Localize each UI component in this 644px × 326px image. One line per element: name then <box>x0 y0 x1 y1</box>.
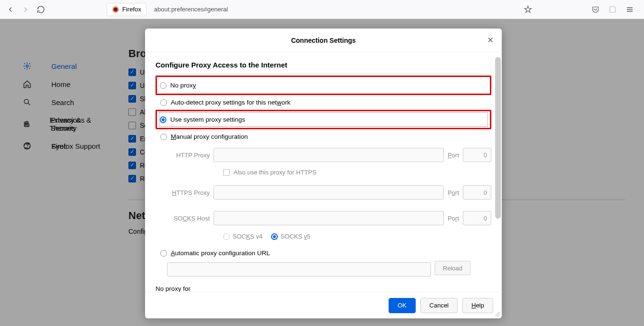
scrollbar-thumb[interactable] <box>495 57 501 219</box>
radio-label: Manual proxy configuration <box>171 133 248 140</box>
close-button[interactable] <box>485 34 496 46</box>
https-port-input[interactable] <box>463 185 491 200</box>
dialog-footer: OK Cancel Help <box>145 292 502 318</box>
radio-auto-detect[interactable]: Auto-detect proxy settings for this netw… <box>156 96 491 109</box>
radio-icon <box>271 233 278 240</box>
manual-proxy-grid: HTTP Proxy Port Also use this proxy for … <box>167 148 491 243</box>
dialog-body: Configure Proxy Access to the Internet N… <box>145 52 502 292</box>
url-bar[interactable]: about:preferences#general <box>150 3 521 16</box>
hamburger-menu-icon[interactable] <box>623 3 636 16</box>
radio-manual-proxy[interactable]: Manual proxy configuration <box>156 130 491 143</box>
port-label: Port <box>448 215 459 222</box>
radio-icon <box>160 134 167 140</box>
radio-icon <box>160 82 166 89</box>
socks-version-row: SOCKS v4 SOCKS v5 <box>223 230 491 243</box>
pac-url-input[interactable] <box>167 262 431 277</box>
radio-label: No proxy <box>170 82 196 89</box>
radio-system-proxy[interactable]: Use system proxy settings <box>160 113 487 126</box>
identity-label: Firefox <box>122 6 141 13</box>
url-text: about:preferences#general <box>154 6 228 13</box>
http-port-input[interactable] <box>463 148 491 162</box>
close-icon <box>487 37 494 43</box>
radio-label: SOCKS v4 <box>233 233 263 240</box>
https-proxy-input[interactable] <box>214 185 444 200</box>
highlight-system-proxy: Use system proxy settings <box>156 110 491 129</box>
svg-point-1 <box>114 8 117 11</box>
radio-socks4[interactable]: SOCKS v4 <box>223 233 263 240</box>
pocket-icon[interactable] <box>589 3 602 16</box>
cancel-button[interactable]: Cancel <box>420 298 458 313</box>
reload-button[interactable] <box>34 3 48 16</box>
radio-icon <box>160 99 167 106</box>
socks-host-input[interactable] <box>214 211 444 225</box>
dialog-header: Connection Settings <box>145 29 502 52</box>
bookmark-star-icon[interactable] <box>521 3 535 16</box>
port-label: Port <box>448 152 459 159</box>
firefox-icon <box>112 6 119 13</box>
no-proxy-for-label: No proxy for <box>156 285 491 292</box>
svg-rect-2 <box>610 7 615 12</box>
radio-no-proxy[interactable]: No proxy <box>160 79 487 92</box>
section-heading: Configure Proxy Access to the Internet <box>156 61 491 69</box>
connection-settings-dialog: Connection Settings Configure Proxy Acce… <box>145 29 502 318</box>
port-label: Port <box>448 189 459 196</box>
also-https-row[interactable]: Also use this proxy for HTTPS <box>223 167 491 181</box>
http-proxy-input[interactable] <box>214 148 444 162</box>
highlight-no-proxy: No proxy <box>156 76 491 95</box>
resize-grip-icon[interactable] <box>494 311 501 317</box>
radio-icon <box>160 116 166 123</box>
radio-label: Auto-detect proxy settings for this netw… <box>171 99 290 106</box>
radio-label: SOCKS v5 <box>281 233 311 240</box>
radio-icon <box>160 250 167 257</box>
https-proxy-label: HTTPS Proxy <box>167 189 210 196</box>
help-button[interactable]: Help <box>462 298 493 313</box>
browser-toolbar: Firefox about:preferences#general <box>0 0 644 19</box>
radio-label: Automatic proxy configuration URL <box>171 249 270 257</box>
account-icon[interactable] <box>606 3 619 16</box>
http-proxy-label: HTTP Proxy <box>167 152 210 159</box>
socks-port-input[interactable] <box>463 211 491 225</box>
radio-icon <box>223 233 230 240</box>
reload-pac-button[interactable]: Reload <box>435 261 470 275</box>
address-container: Firefox about:preferences#general <box>107 3 587 16</box>
socks-host-label: SOCKS Host <box>167 215 210 222</box>
checkbox-icon <box>223 169 230 176</box>
forward-button[interactable] <box>19 3 32 16</box>
radio-label: Use system proxy settings <box>170 116 245 123</box>
also-https-label: Also use this proxy for HTTPS <box>234 169 316 176</box>
radio-auto-config-url[interactable]: Automatic proxy configuration URL <box>156 247 491 259</box>
back-button[interactable] <box>4 3 17 16</box>
dialog-title: Connection Settings <box>291 37 356 44</box>
radio-socks5[interactable]: SOCKS v5 <box>271 233 311 240</box>
site-identity[interactable]: Firefox <box>107 3 146 16</box>
ok-button[interactable]: OK <box>389 298 416 313</box>
toolbar-right <box>589 3 640 16</box>
